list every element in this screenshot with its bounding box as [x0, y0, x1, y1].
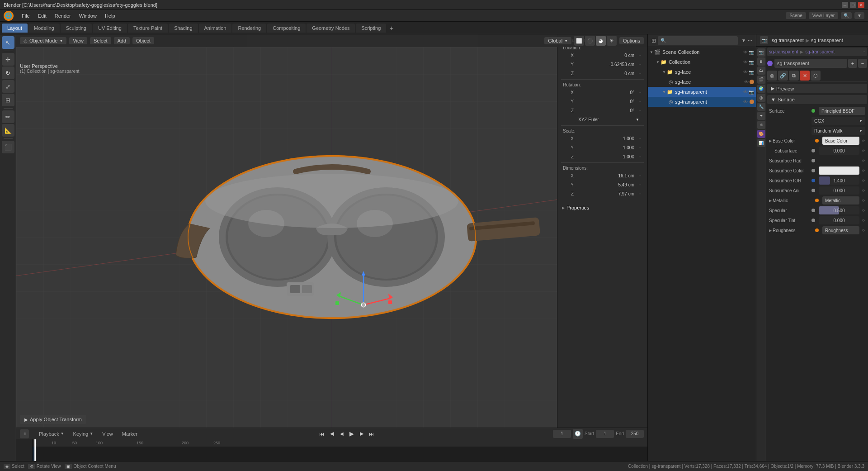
surface-section-header[interactable]: ▼ Surface	[767, 95, 867, 104]
rotation-mode-selector[interactable]: XYZ Euler ▼	[576, 115, 642, 124]
roughness-expand[interactable]: ▶	[769, 228, 772, 233]
collection-cam[interactable]: 📷	[749, 60, 754, 65]
scale-y-input[interactable]: 1.000	[576, 143, 637, 152]
menu-edit[interactable]: Edit	[34, 12, 50, 19]
rotation-x-input[interactable]: 0°	[576, 88, 637, 96]
jump-end-button[interactable]: ⏭	[367, 429, 376, 438]
scale-z-input[interactable]: 1.000	[576, 152, 637, 161]
dim-z-lock[interactable]: ↔	[638, 191, 642, 196]
tool-transform[interactable]: ⊞	[2, 94, 14, 106]
sg-transparent-eye[interactable]: 👁	[743, 90, 748, 95]
marker-menu[interactable]: Marker	[119, 430, 140, 438]
sg-lace-eye[interactable]: 👁	[743, 70, 748, 75]
scene-collection-eye[interactable]: 👁	[743, 50, 748, 55]
outliner-options-btn[interactable]: ⋯	[748, 38, 752, 43]
location-y-input[interactable]: -0.62453 cm	[576, 60, 637, 68]
rotation-z-lock[interactable]: ↔	[638, 108, 642, 113]
tab-sculpting[interactable]: Sculpting	[61, 24, 92, 33]
menu-help[interactable]: Help	[101, 12, 119, 19]
location-x-input[interactable]: 0 cm	[576, 51, 637, 59]
sg-transparent-mesh-eye[interactable]: 👁	[743, 100, 748, 105]
outliner-filter-btn[interactable]: ▼	[741, 38, 746, 43]
rotation-y-input[interactable]: 0°	[576, 97, 637, 105]
tab-animation[interactable]: Animation	[199, 24, 232, 33]
base-color-expand[interactable]: ▶	[769, 139, 772, 143]
base-color-reset[interactable]: ⟳	[862, 139, 865, 143]
mat-copy-btn[interactable]: ⧉	[789, 71, 799, 81]
timeline-icon-1[interactable]: ⏸	[20, 429, 29, 438]
scene-selector[interactable]: Scene	[786, 12, 806, 19]
close-button[interactable]: ✕	[858, 2, 864, 8]
roughness-reset[interactable]: ⟳	[862, 228, 865, 233]
material-type-btn[interactable]: 🎨	[757, 130, 765, 138]
material-shading-btn[interactable]: ◕	[596, 36, 606, 46]
viewport-add-menu[interactable]: Add	[114, 37, 130, 44]
subsurface-ani-reset[interactable]: ⟳	[862, 189, 865, 193]
viewport-select-menu[interactable]: Select	[90, 37, 111, 44]
outliner-sg-transparent-folder[interactable]: ▼ 📁 sg-transparent 👁 📷	[648, 87, 756, 97]
play-button[interactable]: ▶	[347, 429, 356, 438]
render-type-btn[interactable]: 📷	[757, 48, 765, 57]
rotation-z-input[interactable]: 0°	[576, 106, 637, 114]
dim-x-input[interactable]: 16.1 cm	[576, 171, 637, 180]
dim-y-input[interactable]: 5.49 cm	[576, 181, 637, 189]
outliner-search[interactable]: 🔍	[658, 36, 738, 45]
play-reverse-button[interactable]: ◀	[337, 429, 346, 438]
scene-type-btn[interactable]: 🎬	[757, 76, 765, 84]
rotation-x-lock[interactable]: ↔	[638, 90, 642, 95]
tab-rendering[interactable]: Rendering	[232, 24, 266, 33]
metallic-reset[interactable]: ⟳	[862, 199, 865, 203]
sync-button[interactable]: 🕐	[573, 429, 583, 439]
view-layer-selector[interactable]: View Layer	[809, 12, 838, 19]
mat-browse-btn[interactable]: ◎	[767, 71, 777, 81]
outliner-scene-collection[interactable]: ▼ 🎬 Scene Collection 👁 📷	[648, 47, 756, 57]
remove-material-btn[interactable]: −	[858, 59, 867, 68]
specular-tint-reset[interactable]: ⟳	[862, 219, 865, 223]
tool-add-cube[interactable]: ⬛	[2, 141, 14, 153]
particles-type-btn[interactable]: ✦	[757, 112, 765, 120]
next-frame-button[interactable]: ▶	[357, 429, 366, 438]
base-color-input[interactable]: Base Color	[822, 137, 859, 145]
data-type-btn[interactable]: 📊	[757, 139, 765, 147]
output-type-btn[interactable]: 🖥	[757, 57, 765, 66]
specular-tint-slider[interactable]: 0.000	[819, 216, 859, 224]
tool-select[interactable]: ↖	[2, 36, 14, 49]
specular-reset[interactable]: ⟳	[862, 209, 865, 213]
collection-eye[interactable]: 👁	[743, 60, 748, 65]
subsurface-ani-slider[interactable]: 0.000	[819, 186, 859, 195]
menu-window[interactable]: Window	[75, 12, 100, 19]
global-selector[interactable]: Global ▼	[544, 37, 571, 44]
tool-annotate[interactable]: ✏	[2, 110, 14, 123]
viewport-object-menu[interactable]: Object	[132, 37, 154, 44]
subsurface-color-reset[interactable]: ⟳	[862, 169, 865, 173]
rotation-y-lock[interactable]: ↔	[638, 99, 642, 104]
subsurface-rad-reset[interactable]: ⟳	[862, 159, 865, 163]
tab-shading[interactable]: Shading	[169, 24, 198, 33]
dim-y-lock[interactable]: ↔	[638, 182, 642, 187]
search-button[interactable]: 🔍	[841, 12, 852, 19]
titlebar-controls[interactable]: ─ □ ✕	[842, 2, 864, 8]
viewport[interactable]: ◎ Object Mode ▼ View Select Add Object G…	[16, 34, 647, 428]
start-frame-input[interactable]: 1	[596, 430, 614, 438]
material-name-input[interactable]: sg-transparent	[774, 59, 847, 68]
distribution-selector[interactable]: GGX ▼	[811, 117, 865, 125]
dim-x-lock[interactable]: ↔	[638, 173, 642, 178]
properties-section-title[interactable]: ▶ Properties	[559, 203, 646, 212]
wire-shading-btn[interactable]: ⬜	[574, 36, 584, 46]
tab-layout[interactable]: Layout	[2, 24, 28, 33]
outliner-sg-transparent-mesh[interactable]: ◎ sg-transparent 👁	[648, 97, 756, 107]
add-workspace-button[interactable]: +	[387, 24, 396, 33]
scale-x-lock[interactable]: ↔	[638, 136, 642, 141]
sg-transparent-cam[interactable]: 📷	[749, 90, 754, 95]
tool-scale[interactable]: ⤢	[2, 80, 14, 93]
tab-geometry-nodes[interactable]: Geometry Nodes	[307, 24, 355, 33]
tool-measure[interactable]: 📐	[2, 124, 14, 137]
menu-render[interactable]: Render	[51, 12, 75, 19]
mat-path-options[interactable]: ⋯	[861, 50, 865, 54]
preview-section-header[interactable]: ▶ Preview	[767, 84, 867, 93]
playback-menu[interactable]: Playback ▼	[36, 430, 67, 438]
roughness-input[interactable]: Roughness	[822, 226, 859, 234]
mat-link-btn[interactable]: 🔗	[778, 71, 788, 81]
sg-lace-mesh-eye[interactable]: 👁	[744, 80, 749, 85]
add-material-btn[interactable]: +	[848, 59, 857, 68]
